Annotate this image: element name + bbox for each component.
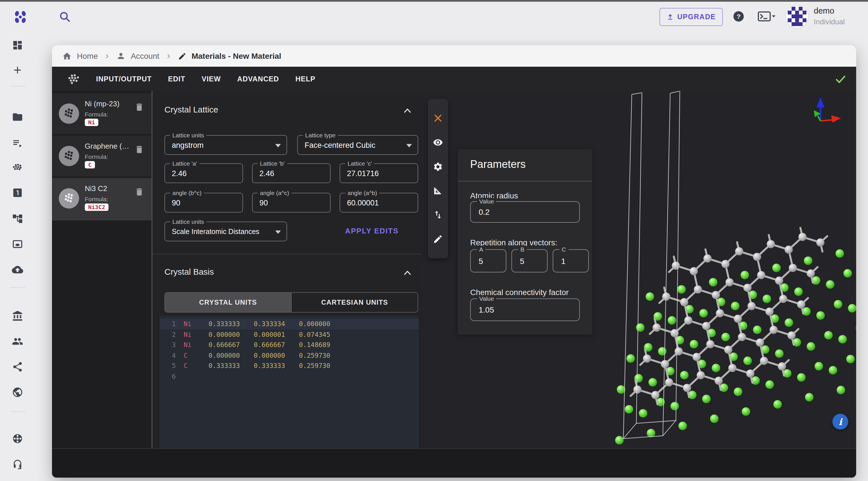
sidebar-jobs-icon[interactable] (12, 137, 23, 149)
material-thumbnail (59, 103, 79, 124)
menu-help[interactable]: HELP (295, 75, 315, 83)
sidebar-share-icon[interactable] (12, 361, 23, 372)
info-button[interactable]: i (832, 414, 848, 429)
sidebar-dashboard-icon[interactable] (12, 39, 23, 51)
edit-pencil-icon[interactable] (433, 234, 443, 244)
sidebar-materials-icon[interactable] (12, 162, 23, 174)
sidebar-add-icon[interactable] (12, 64, 23, 76)
angle-ac-input[interactable]: angle (a^c) 90 (252, 193, 331, 212)
user-avatar[interactable] (785, 5, 809, 28)
lattice-b-input[interactable]: Lattice 'b' 2.46 (252, 163, 331, 183)
save-check-icon[interactable] (835, 73, 846, 85)
close-icon[interactable] (433, 113, 443, 123)
materials-list: Ni (mp-23) Formula: Ni Graphene (… Formu… (52, 91, 151, 448)
delete-icon[interactable] (134, 102, 144, 112)
angle-bc-input[interactable]: angle (b^c) 90 (164, 193, 243, 212)
basis-row[interactable]: 1Ni 0.3333330.3333340.000000 (160, 319, 419, 329)
section-divider (153, 254, 422, 254)
angle-ab-input[interactable]: angle (a^b) 60.00001 (340, 193, 418, 212)
sidebar-people-icon[interactable] (12, 336, 23, 347)
card-footer (52, 448, 856, 478)
breadcrumb-home[interactable]: Home (77, 52, 98, 60)
upgrade-button[interactable]: UPGRADE (659, 8, 723, 26)
material-item-graphene[interactable]: Graphene (… Formula: C (52, 136, 151, 176)
material-thumbnail (59, 188, 79, 209)
sidebar-image-icon[interactable] (12, 239, 23, 250)
basis-row[interactable]: 3Ni 0.6666670.6666670.148689 (160, 340, 419, 350)
menu-advanced[interactable]: ADVANCED (237, 75, 279, 83)
repetition-b-input[interactable]: B 5 (512, 249, 548, 272)
sidebar-looks-one-icon[interactable] (12, 187, 23, 199)
atomic-radius-input[interactable]: Value 0.2 (470, 201, 580, 223)
person-icon (117, 52, 126, 60)
material-item-ni[interactable]: Ni (mp-23) Formula: Ni (52, 93, 151, 134)
import-export-icon[interactable] (433, 210, 443, 220)
lattice-type-select[interactable]: Lattice type Face-centered Cubic (297, 135, 418, 155)
lattice-units-select[interactable]: Lattice units angstrom (164, 135, 287, 155)
collapse-lattice-icon[interactable] (402, 106, 412, 116)
parameters-panel: Parameters Atomic radius Value 0.2 Repet… (458, 149, 592, 335)
help-icon[interactable]: ? (733, 11, 744, 22)
viewer-toolbar (428, 99, 448, 258)
sidebar-globe-icon[interactable] (12, 387, 23, 398)
parameters-divider (458, 181, 592, 181)
edit-pencil-icon (178, 52, 186, 60)
apply-edits-button[interactable]: APPLY EDITS (332, 227, 411, 235)
chevron-down-icon (275, 230, 281, 234)
delete-icon[interactable] (134, 187, 144, 197)
lattice-c-input[interactable]: Lattice 'c' 27.01716 (340, 163, 418, 183)
basis-row[interactable]: 4C 0.0000000.0000000.259730 (160, 350, 419, 361)
scale-units-select[interactable]: Lattice units Scale Interatomic Distance… (164, 221, 287, 241)
material-item-ni3c2-selected[interactable]: Ni3 C2 Formula: Ni3C2 (52, 178, 151, 220)
basis-row[interactable]: 5C 0.3333330.3333330.259730 (160, 361, 419, 371)
breadcrumb-current: Materials - New Material (192, 52, 281, 60)
material-title: Ni3 C2 (85, 184, 107, 193)
basis-units-tabs: CRYSTAL UNITS CARTESIAN UNITS (164, 292, 418, 312)
designer-menubar: INPUT/OUTPUT EDIT VIEW ADVANCED HELP (52, 67, 856, 91)
viewer-column: Parameters Atomic radius Value 0.2 Repet… (422, 91, 856, 448)
repetition-a-input[interactable]: A 5 (470, 249, 506, 272)
visibility-icon[interactable] (433, 137, 443, 147)
tab-cartesian-units[interactable]: CARTESIAN UNITS (291, 293, 417, 312)
sidebar-support-icon[interactable] (12, 458, 23, 470)
chevron-down-icon (406, 144, 412, 147)
settings-gear-icon[interactable] (433, 161, 443, 172)
formula-label: Formula: (85, 196, 108, 202)
basis-code-editor[interactable]: 1Ni 0.3333330.3333340.000000 2Ni 0.00000… (160, 316, 419, 448)
material-thumbnail (59, 146, 79, 166)
user-plan: Individual (814, 18, 845, 26)
chevron-right-icon (103, 52, 112, 60)
basis-row[interactable]: 6 (160, 371, 419, 382)
home-icon[interactable] (62, 51, 72, 61)
menu-view[interactable]: VIEW (202, 75, 221, 83)
user-name[interactable]: demo (814, 6, 834, 15)
brand-logo-icon[interactable] (12, 9, 28, 25)
sidebar-cloud-upload-icon[interactable] (12, 264, 23, 275)
sidebar-helm-icon[interactable] (12, 433, 23, 444)
measure-square-foot-icon[interactable] (433, 186, 443, 196)
sidebar-folder-icon[interactable] (12, 111, 23, 123)
connectivity-input[interactable]: Value 1.05 (470, 298, 580, 321)
formula-label: Formula: (85, 111, 108, 118)
formula-chip: Ni3C2 (85, 204, 108, 211)
tab-crystal-units[interactable]: CRYSTAL UNITS (165, 293, 291, 312)
sidebar-divider (10, 287, 25, 288)
repetition-c-input[interactable]: C 1 (553, 249, 589, 272)
lattice-a-input[interactable]: Lattice 'a' 2.46 (164, 163, 243, 183)
sidebar-workflows-icon[interactable] (12, 213, 23, 224)
menu-input-output[interactable]: INPUT/OUTPUT (96, 75, 152, 83)
menu-edit[interactable]: EDIT (168, 75, 185, 83)
sidebar-divider (10, 412, 25, 412)
unit-cell-wireframe (623, 91, 680, 439)
basis-row[interactable]: 2Ni 0.0000000.0000010.074345 (160, 329, 419, 340)
sidebar-bank-icon[interactable] (12, 310, 23, 322)
collapse-basis-icon[interactable] (402, 268, 412, 278)
material-title: Ni (mp-23) (85, 99, 120, 108)
search-icon[interactable] (59, 11, 71, 23)
molecule-icon (67, 73, 82, 85)
delete-icon[interactable] (134, 145, 144, 154)
terminal-menu-icon[interactable] (757, 11, 776, 22)
app-root: UPGRADE ? demo Individual (0, 0, 868, 481)
chevron-right-icon (164, 52, 173, 60)
breadcrumb-account[interactable]: Account (131, 52, 159, 60)
